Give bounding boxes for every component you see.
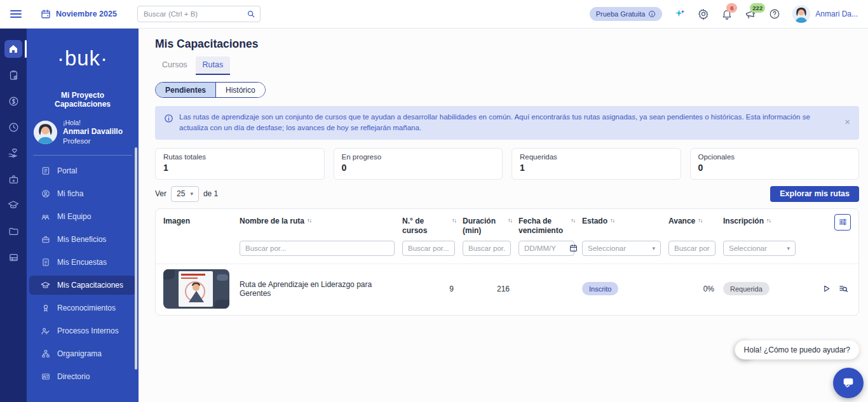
sort-icon[interactable]: ↑↓	[508, 217, 512, 224]
user-menu[interactable]: Anmari Da...	[792, 5, 858, 23]
help-icon[interactable]	[769, 8, 780, 20]
explore-routes-button[interactable]: Explorar mis rutas	[770, 186, 859, 202]
survey-icon	[41, 258, 50, 267]
rail-item-remunerations[interactable]	[4, 92, 22, 110]
route-name[interactable]: Ruta de Aprendizaje en Liderazgo para Ge…	[240, 280, 402, 298]
month-label: Noviembre 2025	[56, 10, 117, 18]
ai-sparkle-icon[interactable]	[674, 8, 686, 20]
sidebar-scrollbar[interactable]	[135, 147, 137, 370]
tab-cursos[interactable]: Cursos	[155, 57, 194, 75]
calendar-icon[interactable]	[569, 244, 578, 252]
sidebar-item-portal[interactable]: Portal	[29, 161, 136, 180]
search-icon[interactable]	[247, 10, 255, 18]
trial-badge[interactable]: Prueba Gratuita	[590, 7, 663, 21]
view-detail-button[interactable]	[839, 284, 848, 293]
play-icon	[822, 285, 831, 293]
person-circle-icon	[41, 189, 50, 198]
filter-estado-select[interactable]: Seleccionar ▾	[582, 241, 661, 256]
table-row: Ruta de Aprendizaje en Liderazgo para Ge…	[156, 264, 858, 315]
stat-card-rutas-totales: Rutas totales 1	[155, 148, 325, 180]
topbar-right: Prueba Gratuita 6 222	[590, 5, 858, 23]
filter-estado: Seleccionar ▾	[582, 241, 668, 256]
sidebar-item-mis-capacitaciones[interactable]: Mis Capacitaciones	[29, 276, 136, 295]
pagination-suffix: de 1	[203, 189, 218, 198]
team-icon	[41, 212, 50, 222]
sort-icon[interactable]: ↑↓	[452, 217, 456, 224]
col-header-nombre: Nombre de la ruta ↑↓	[240, 217, 402, 226]
sidebar-item-label: Mis Capacitaciones	[57, 281, 123, 290]
chat-greeting-bubble[interactable]: Hola! ¿Cómo te puedo ayudar?	[735, 340, 859, 359]
divider	[33, 155, 132, 156]
segment-historico[interactable]: Histórico	[215, 83, 265, 97]
rail-item-assets[interactable]	[4, 248, 22, 266]
route-courses-count: 9	[402, 285, 463, 293]
stat-label: Requeridas	[520, 153, 673, 161]
sort-icon[interactable]: ↑↓	[766, 217, 771, 224]
banner-close-icon[interactable]: ×	[844, 117, 850, 126]
sidebar-item-label: Portal	[57, 166, 77, 175]
rail-item-trainings[interactable]	[4, 196, 22, 214]
sidebar-item-mis-beneficios[interactable]: Mis Beneficios	[29, 230, 136, 249]
filter-fecha-input[interactable]	[519, 241, 574, 256]
sort-icon[interactable]: ↑↓	[571, 217, 575, 224]
month-selector[interactable]: Noviembre 2025	[41, 9, 117, 19]
sidebar-item-reconocimientos[interactable]: Reconocimientos	[29, 298, 136, 318]
rail-item-time[interactable]	[4, 118, 22, 136]
calendar-icon	[41, 9, 51, 19]
rail-item-jobs[interactable]	[4, 170, 22, 188]
route-inscripcion-cell: Requerida	[723, 282, 803, 295]
page-size-select[interactable]: 25 ▾	[171, 186, 199, 202]
rail-item-documents[interactable]	[4, 222, 22, 240]
filter-cursos	[402, 241, 463, 256]
avatar	[792, 5, 810, 23]
rail-item-home[interactable]	[4, 40, 22, 58]
filter-avance-input[interactable]	[668, 241, 715, 256]
sidebar-item-directorio[interactable]: Directorio	[29, 367, 136, 386]
sidebar-item-mi-ficha[interactable]: Mi ficha	[29, 184, 136, 203]
project-name: Mi Proyecto Capacitaciones	[27, 91, 139, 109]
info-banner: Las rutas de aprendizaje son un conjunto…	[155, 106, 859, 140]
stat-value: 0	[342, 163, 495, 173]
buk-logo: ·buk·	[27, 46, 139, 70]
tab-rutas[interactable]: Rutas	[196, 57, 231, 75]
stat-value: 1	[520, 163, 673, 173]
segment-pendientes[interactable]: Pendientes	[156, 83, 215, 97]
hamburger-menu-icon[interactable]	[10, 10, 22, 18]
search-input[interactable]	[137, 6, 261, 22]
column-settings-button[interactable]	[834, 214, 851, 231]
sidebar-item-organigrama[interactable]: Organigrama	[29, 344, 136, 363]
banner-text: Las rutas de aprendizaje son un conjunto…	[179, 112, 839, 134]
briefcase-star-icon	[8, 174, 19, 185]
announcements-megaphone[interactable]: 222	[745, 8, 757, 20]
col-header-duracion: Duración (min) ↑↓	[463, 217, 519, 236]
play-route-button[interactable]	[822, 285, 831, 293]
filter-inscripcion-select[interactable]: Seleccionar ▾	[723, 241, 796, 256]
sidebar-item-mi-equipo[interactable]: Mi Equipo	[29, 207, 136, 226]
segmented-control: Pendientes Histórico	[155, 82, 266, 98]
settings-gear-icon[interactable]	[698, 8, 709, 20]
route-thumbnail[interactable]	[163, 269, 229, 309]
sort-icon[interactable]: ↑↓	[307, 217, 311, 224]
col-header-estado: Estado ↑↓	[582, 217, 668, 226]
sort-icon[interactable]: ↑↓	[698, 217, 702, 224]
portal-icon	[41, 166, 50, 175]
chat-launcher-button[interactable]	[833, 368, 864, 398]
sidebar-item-label: Procesos Internos	[57, 326, 119, 335]
notifications-bell[interactable]: 6	[721, 8, 733, 20]
rail-item-tasks[interactable]	[4, 66, 22, 84]
filter-cursos-input[interactable]	[402, 241, 455, 256]
filter-nombre-input[interactable]	[240, 241, 395, 256]
stat-label: Rutas totales	[163, 153, 316, 161]
table-header-row: Imagen Nombre de la ruta ↑↓ N.° de curso…	[156, 209, 858, 237]
avatar	[34, 121, 57, 144]
stat-value: 0	[698, 163, 851, 173]
sidebar-item-mis-encuestas[interactable]: Mis Encuestas	[29, 253, 136, 272]
profile-block[interactable]: ¡Hola! Anmari Davalillo Profesor	[34, 119, 139, 146]
sort-icon[interactable]: ↑↓	[610, 217, 614, 224]
award-icon	[41, 304, 50, 312]
filter-duracion-input[interactable]	[463, 241, 511, 256]
home-icon	[8, 44, 18, 54]
rail-item-benefits[interactable]	[4, 144, 22, 162]
sidebar-item-procesos-internos[interactable]: Procesos Internos	[29, 321, 136, 340]
sidebar: ·buk· Mi Proyecto Capacitaciones ¡Hola! …	[27, 29, 139, 402]
